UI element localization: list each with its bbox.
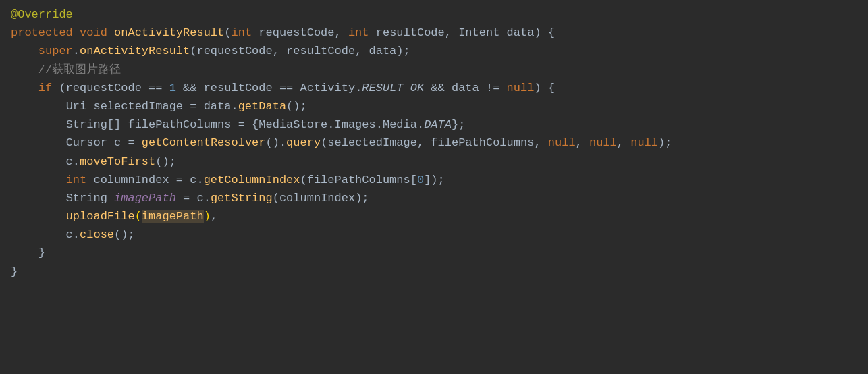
method-getcolumnindex: getColumnIndex [204,173,300,186]
code-line-4: //获取图片路径 [11,61,857,79]
type-images: Images [335,118,376,131]
method-close: close [80,228,114,241]
code-line-12: uploadFile(imagePath), [11,207,857,225]
method-getdata: getData [238,100,286,113]
code-line-8: Cursor c = getContentResolver().query(se… [11,134,857,152]
type-cursor: Cursor [66,136,107,149]
param-imagepath: imagePath [142,210,204,223]
code-line-5: if (requestCode == 1 && resultCode == Ac… [11,79,857,97]
method-movetofirst: moveToFirst [80,155,155,168]
keyword-null1: null [507,82,535,95]
number-0: 0 [417,173,424,186]
code-line-14: } [11,244,857,262]
keyword-null4: null [630,136,658,149]
code-line-13: c.close(); [11,225,857,244]
type-mediastore: MediaStore [259,118,327,131]
keyword-int2: int [348,26,369,39]
code-line-7: String[] filePathColumns = {MediaStore.I… [11,115,857,134]
comment-getpath: //获取图片路径 [38,63,121,76]
method-super-onactivityresult: onActivityResult [80,45,190,57]
bracket-close: ) [204,210,211,223]
var-imagepath: imagePath [114,192,176,205]
type-media: Media [383,118,417,131]
code-editor: @Override protected void onActivityResul… [0,0,868,374]
type-string: String [66,192,107,205]
keyword-null3: null [589,136,617,149]
keyword-super: super [38,45,73,57]
keyword-if: if [38,82,52,95]
method-query: query [286,136,321,149]
keyword-null2: null [548,136,576,149]
keyword-int1: int [231,26,252,39]
bracket-open: ( [135,210,142,223]
keyword-void: void [80,26,107,39]
type-uri: Uri [66,100,87,113]
code-line-2: protected void onActivityResult(int requ… [11,24,857,42]
annotation-override: @Override [11,8,73,21]
method-getstring: getString [211,192,273,205]
code-line-1: @Override [11,5,857,24]
keyword-protected: protected [11,26,73,39]
code-line-9: c.moveToFirst(); [11,153,857,171]
type-string-array: String [66,118,107,131]
constant-data: DATA [424,118,452,131]
method-getcontentresolver: getContentResolver [142,136,266,149]
code-line-10: int columnIndex = c.getColumnIndex(fileP… [11,171,857,189]
constant-result-ok: RESULT_OK [362,82,424,95]
method-onactivityresult: onActivityResult [114,26,224,39]
type-intent: Intent [458,26,499,39]
code-line-11: String imagePath = c.getString(columnInd… [11,189,857,207]
number-1: 1 [169,82,176,95]
code-line-15: } [11,263,857,281]
code-line-3: super.onActivityResult(requestCode, resu… [11,42,857,60]
keyword-int3: int [66,173,87,186]
type-activity: Activity [300,82,356,95]
code-line-6: Uri selectedImage = data.getData(); [11,97,857,115]
method-uploadfile: uploadFile [66,210,135,223]
